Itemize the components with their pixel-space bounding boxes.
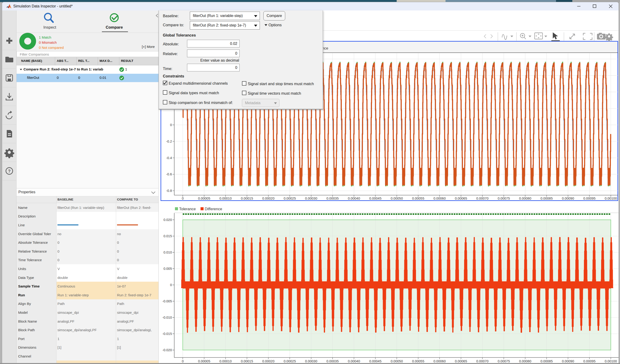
svg-text:0.00100: 0.00100 (605, 359, 617, 363)
svg-text:0.00065: 0.00065 (455, 197, 467, 200)
svg-text:0.00085: 0.00085 (541, 359, 553, 363)
svg-text:0.00035: 0.00035 (326, 359, 339, 363)
svg-text:0.00080: 0.00080 (519, 359, 531, 363)
svg-text:0.00005: 0.00005 (198, 197, 210, 200)
svg-text:-0.4: -0.4 (166, 156, 172, 160)
svg-text:-0.6: -0.6 (166, 172, 172, 176)
svg-text:0.00070: 0.00070 (476, 359, 488, 363)
svg-text:0: 0 (182, 359, 184, 363)
svg-text:0: 0 (170, 123, 172, 127)
svg-text:0.00075: 0.00075 (498, 359, 510, 363)
svg-text:0.00025: 0.00025 (284, 359, 296, 363)
svg-text:Tolerance: Tolerance (179, 207, 196, 211)
svg-text:0.00100: 0.00100 (605, 197, 617, 200)
svg-text:0.00020: 0.00020 (262, 197, 274, 200)
svg-text:0.00045: 0.00045 (369, 359, 381, 363)
svg-text:0.00085: 0.00085 (541, 197, 553, 200)
svg-text:0.00080: 0.00080 (519, 197, 531, 200)
svg-text:0.00005: 0.00005 (198, 359, 210, 363)
svg-text:0.00010: 0.00010 (219, 359, 232, 363)
svg-text:0.00055: 0.00055 (412, 359, 424, 363)
svg-text:0.00065: 0.00065 (455, 359, 467, 363)
svg-text:0.00040: 0.00040 (348, 359, 360, 363)
svg-text:0.00015: 0.00015 (241, 197, 253, 200)
svg-text:-0.015: -0.015 (162, 332, 172, 336)
svg-text:?: ? (8, 169, 11, 173)
svg-text:0.00055: 0.00055 (412, 197, 424, 200)
svg-text:0.00060: 0.00060 (434, 197, 446, 200)
svg-text:0: 0 (182, 197, 184, 200)
svg-text:-0.2: -0.2 (166, 139, 172, 143)
svg-text:0.00075: 0.00075 (498, 197, 510, 200)
svg-text:0.005: 0.005 (164, 267, 172, 271)
svg-text:0.00090: 0.00090 (562, 197, 574, 200)
svg-text:-0.020: -0.020 (162, 348, 172, 352)
svg-text:0.00095: 0.00095 (583, 197, 595, 200)
svg-text:0.020: 0.020 (164, 218, 172, 222)
svg-text:0.015: 0.015 (164, 234, 172, 238)
svg-text:0.010: 0.010 (164, 251, 172, 254)
svg-text:0.00050: 0.00050 (391, 359, 403, 363)
svg-text:0.00035: 0.00035 (326, 197, 339, 200)
svg-text:0.00060: 0.00060 (434, 359, 446, 363)
svg-text:0.00040: 0.00040 (348, 197, 360, 200)
svg-text:0.00020: 0.00020 (262, 359, 274, 363)
svg-text:0.00050: 0.00050 (391, 197, 403, 200)
svg-text:0.00095: 0.00095 (583, 359, 595, 363)
svg-text:0.00070: 0.00070 (476, 197, 488, 200)
svg-text:0.00030: 0.00030 (305, 197, 317, 200)
svg-text:0.00030: 0.00030 (305, 359, 317, 363)
svg-text:-0.8: -0.8 (166, 189, 172, 193)
svg-text:0.00015: 0.00015 (241, 359, 253, 363)
svg-text:-0.010: -0.010 (162, 316, 172, 319)
svg-text:0.00010: 0.00010 (219, 197, 232, 200)
svg-text:0.00090: 0.00090 (562, 359, 574, 363)
svg-text:Difference: Difference (205, 207, 222, 211)
svg-text:0.00045: 0.00045 (369, 197, 381, 200)
svg-text:0: 0 (170, 283, 172, 287)
svg-text:-0.005: -0.005 (162, 299, 172, 303)
svg-text:0.00025: 0.00025 (284, 197, 296, 200)
